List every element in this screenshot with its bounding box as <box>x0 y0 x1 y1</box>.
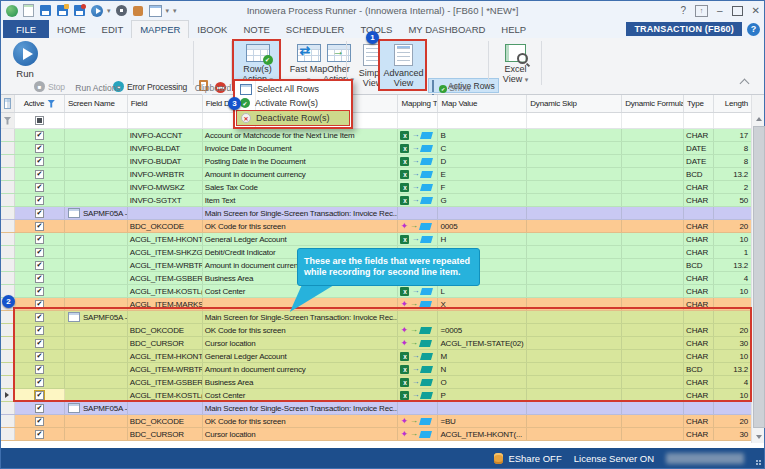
active-cell[interactable]: ✔ <box>15 311 65 323</box>
field-cell[interactable]: ACGL_ITEM-KOSTL(02) <box>128 285 203 297</box>
length-cell[interactable]: 13.2 <box>714 168 752 180</box>
map-value-cell[interactable]: N <box>438 363 527 375</box>
field-description-cell[interactable]: General Ledger Account <box>203 233 399 245</box>
length-cell[interactable]: 13.2 <box>714 259 752 271</box>
field-cell[interactable]: ACGL_ITEM-KOSTL(02) <box>128 389 203 401</box>
collapse-ribbon-icon[interactable] <box>740 79 750 89</box>
map-value-cell[interactable]: X <box>438 298 527 310</box>
active-checkbox[interactable]: ✔ <box>35 365 44 374</box>
grid-row[interactable]: ✔ INVFO-SGTXT Item Text x→ G CHAR 50 <box>1 194 752 207</box>
run-quick-icon[interactable] <box>90 4 103 17</box>
dynamic-formula-cell[interactable] <box>622 311 684 323</box>
dynamic-skip-cell[interactable] <box>527 402 622 414</box>
advanced-view-button[interactable]: AdvancedView <box>380 40 427 91</box>
length-cell[interactable]: 20 <box>714 415 752 427</box>
length-cell[interactable]: 10 <box>714 350 752 362</box>
active-cell[interactable]: ✔ <box>15 298 65 310</box>
dynamic-formula-cell[interactable] <box>622 363 684 375</box>
mapping-type-cell[interactable]: ✦→ <box>398 298 438 310</box>
new-document-icon[interactable] <box>22 4 35 17</box>
grid-row[interactable]: ✔ BDC_OKCODE OK Code for this screen ✦→ … <box>1 220 752 233</box>
map-value-cell[interactable]: E <box>438 168 527 180</box>
field-cell[interactable]: INVFO-BLDAT <box>128 142 203 154</box>
dynamic-formula-cell[interactable] <box>622 168 684 180</box>
active-cell[interactable]: ✔ <box>15 402 65 414</box>
length-cell[interactable]: 10 <box>714 285 752 297</box>
active-cell[interactable]: ✔ <box>15 337 65 349</box>
active-cell[interactable]: ✔ <box>15 220 65 232</box>
scroll-up-icon[interactable] <box>752 112 765 125</box>
map-value-cell[interactable]: G <box>438 194 527 206</box>
type-cell[interactable] <box>684 402 714 414</box>
dynamic-skip-cell[interactable] <box>527 337 622 349</box>
grid-row[interactable]: ✔ ACGL_ITEM-KOSTL(02) Cost Center x→ L C… <box>1 285 752 298</box>
grid-row[interactable]: ✔ BDC_CURSOR Cursor location ✦→ ACGL_ITE… <box>1 428 752 441</box>
length-cell[interactable]: 8 <box>714 155 752 167</box>
mapping-type-cell[interactable] <box>398 402 438 414</box>
field-description-cell[interactable]: OK Code for this screen <box>203 220 399 232</box>
field-cell[interactable] <box>128 207 203 219</box>
active-checkbox[interactable]: ✔ <box>35 430 44 439</box>
length-cell[interactable]: 30 <box>714 337 752 349</box>
screen-name-cell[interactable] <box>65 129 128 141</box>
type-cell[interactable]: CHAR <box>684 194 714 206</box>
error-processing-button[interactable]: ●Error Processing <box>113 80 187 93</box>
length-cell[interactable] <box>714 207 752 219</box>
field-cell[interactable]: ACGL_ITEM-HKONT(02) <box>128 350 203 362</box>
type-cell[interactable]: CHAR <box>684 376 714 388</box>
filter-cell[interactable] <box>15 113 65 128</box>
active-cell[interactable]: ✔ <box>15 259 65 271</box>
active-cell[interactable]: ✔ <box>15 324 65 336</box>
type-cell[interactable]: CHAR <box>684 285 714 297</box>
mapping-type-cell[interactable] <box>398 207 438 219</box>
active-checkbox[interactable]: ✔ <box>35 300 44 309</box>
scroll-down-icon[interactable] <box>752 430 765 443</box>
mapping-type-cell[interactable]: x→ <box>398 142 438 154</box>
length-cell[interactable]: 50 <box>714 194 752 206</box>
stop-quick-icon[interactable] <box>115 4 128 17</box>
column-header-active[interactable]: Active <box>15 95 65 112</box>
close-button[interactable]: ✕ <box>752 5 760 16</box>
length-cell[interactable]: 30 <box>714 428 752 440</box>
length-cell[interactable]: 17 <box>714 129 752 141</box>
grid-corner-cell[interactable] <box>1 95 15 112</box>
type-cell[interactable]: CHAR <box>684 181 714 193</box>
dynamic-formula-cell[interactable] <box>622 272 684 284</box>
field-description-cell[interactable]: Main Screen for Single-Screen Transactio… <box>203 207 399 219</box>
filter-cell[interactable] <box>622 113 684 128</box>
column-header-length[interactable]: Length <box>714 95 752 112</box>
field-cell[interactable]: BDC_OKCODE <box>128 324 203 336</box>
type-cell[interactable]: CHAR <box>684 129 714 141</box>
active-checkbox[interactable]: ✔ <box>35 352 44 361</box>
field-cell[interactable]: BDC_CURSOR <box>128 428 203 440</box>
tab-home[interactable]: HOME <box>49 20 94 38</box>
dynamic-skip-cell[interactable] <box>527 298 622 310</box>
type-cell[interactable]: BCD <box>684 363 714 375</box>
active-checkbox[interactable]: ✔ <box>35 144 44 153</box>
filter-cell[interactable] <box>684 113 714 128</box>
tab-my-dashboard[interactable]: MY DASHBOARD <box>400 20 493 38</box>
active-checkbox[interactable]: ✔ <box>35 235 44 244</box>
window-layout-icon[interactable] <box>149 4 162 17</box>
dynamic-formula-cell[interactable] <box>622 389 684 401</box>
mapping-type-cell[interactable]: x→ <box>398 233 438 245</box>
map-value-cell[interactable] <box>438 207 527 219</box>
type-cell[interactable]: CHAR <box>684 389 714 401</box>
type-cell[interactable]: CHAR <box>684 415 714 427</box>
dynamic-formula-cell[interactable] <box>622 220 684 232</box>
save-edit-icon[interactable] <box>56 4 69 17</box>
column-header-mapping-type[interactable]: Mapping Type <box>398 95 438 112</box>
active-cell[interactable]: ✔ <box>15 207 65 219</box>
filter-cell[interactable] <box>714 113 752 128</box>
filter-cell[interactable] <box>398 113 438 128</box>
active-cell[interactable]: ✔ <box>15 415 65 427</box>
dynamic-skip-cell[interactable] <box>527 194 622 206</box>
tab-scheduler[interactable]: SCHEDULER <box>278 20 353 38</box>
active-checkbox[interactable]: ✔ <box>35 183 44 192</box>
help-circle-icon[interactable]: ? <box>747 23 760 36</box>
screen-name-cell[interactable] <box>65 220 128 232</box>
length-cell[interactable]: 4 <box>714 376 752 388</box>
ribbon-pin-icon[interactable]: ↑ <box>695 5 708 17</box>
maximize-button[interactable] <box>732 6 743 16</box>
dynamic-skip-cell[interactable] <box>527 272 622 284</box>
